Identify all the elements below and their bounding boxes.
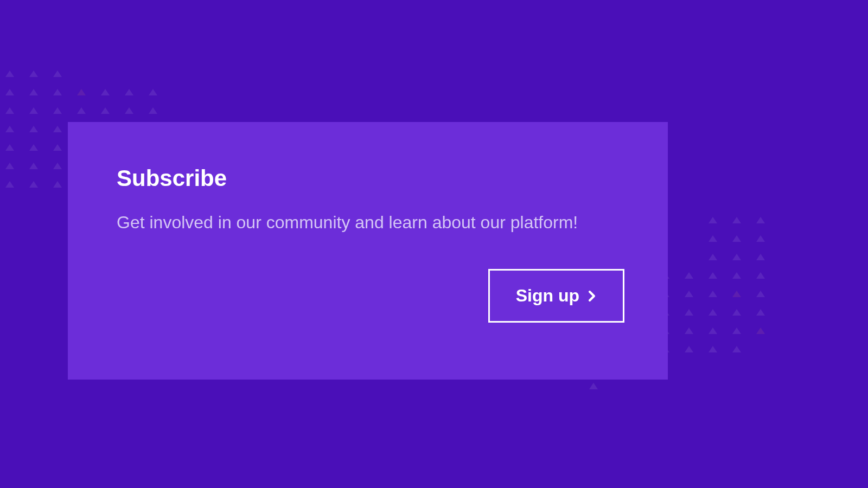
- card-description: Get involved in our community and learn …: [117, 210, 619, 235]
- chevron-right-icon: [588, 290, 597, 303]
- signup-button[interactable]: Sign up: [488, 269, 624, 323]
- card-title: Subscribe: [117, 165, 619, 191]
- signup-button-label: Sign up: [516, 286, 579, 306]
- subscribe-card: Subscribe Get involved in our community …: [68, 122, 668, 380]
